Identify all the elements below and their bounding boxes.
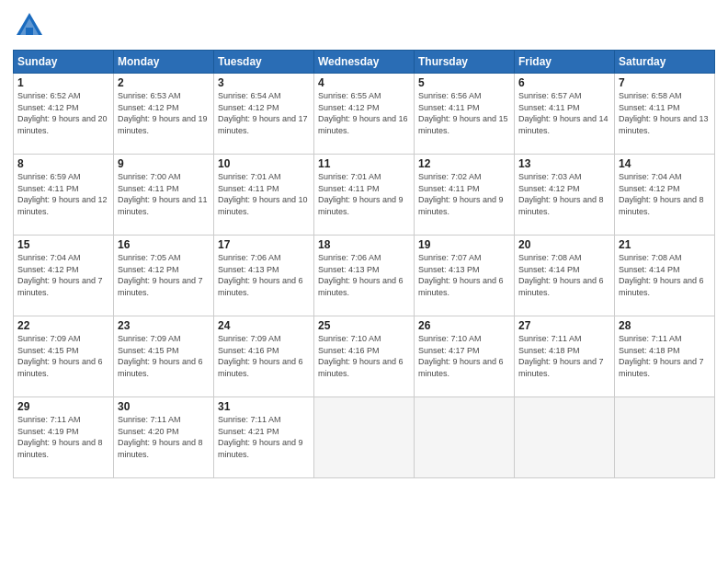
weekday-header-sunday: Sunday — [14, 51, 114, 74]
day-number: 8 — [17, 157, 109, 170]
day-cell-18: 18Sunrise: 7:06 AM Sunset: 4:13 PM Dayli… — [314, 236, 415, 316]
day-number: 1 — [17, 76, 109, 89]
day-number: 26 — [418, 319, 510, 332]
day-info: Sunrise: 7:00 AM Sunset: 4:11 PM Dayligh… — [118, 171, 210, 217]
day-cell-19: 19Sunrise: 7:07 AM Sunset: 4:13 PM Dayli… — [415, 236, 515, 316]
day-number: 7 — [619, 76, 711, 89]
day-number: 22 — [17, 319, 109, 332]
day-info: Sunrise: 7:11 AM Sunset: 4:20 PM Dayligh… — [118, 414, 210, 460]
day-cell-12: 12Sunrise: 7:02 AM Sunset: 4:11 PM Dayli… — [415, 155, 515, 236]
day-cell-4: 4Sunrise: 6:55 AM Sunset: 4:12 PM Daylig… — [314, 74, 415, 155]
day-info: Sunrise: 7:04 AM Sunset: 4:12 PM Dayligh… — [619, 171, 711, 217]
week-row-4: 29Sunrise: 7:11 AM Sunset: 4:19 PM Dayli… — [14, 397, 715, 478]
weekday-header-friday: Friday — [515, 51, 615, 74]
day-number: 17 — [218, 238, 310, 251]
day-number: 10 — [218, 157, 310, 170]
day-info: Sunrise: 7:01 AM Sunset: 4:11 PM Dayligh… — [218, 171, 310, 217]
day-info: Sunrise: 7:11 AM Sunset: 4:19 PM Dayligh… — [17, 414, 109, 460]
day-cell-16: 16Sunrise: 7:05 AM Sunset: 4:12 PM Dayli… — [114, 236, 214, 316]
day-info: Sunrise: 7:07 AM Sunset: 4:13 PM Dayligh… — [418, 252, 510, 298]
day-info: Sunrise: 7:11 AM Sunset: 4:18 PM Dayligh… — [518, 333, 610, 379]
day-info: Sunrise: 7:09 AM Sunset: 4:15 PM Dayligh… — [17, 333, 109, 379]
day-number: 20 — [518, 238, 610, 251]
day-cell-28: 28Sunrise: 7:11 AM Sunset: 4:18 PM Dayli… — [615, 316, 715, 397]
day-cell-21: 21Sunrise: 7:08 AM Sunset: 4:14 PM Dayli… — [615, 236, 715, 316]
page: SundayMondayTuesdayWednesdayThursdayFrid… — [0, 0, 728, 563]
weekday-header-monday: Monday — [114, 51, 214, 74]
day-cell-20: 20Sunrise: 7:08 AM Sunset: 4:14 PM Dayli… — [515, 236, 615, 316]
svg-rect-2 — [26, 28, 33, 35]
day-number: 30 — [118, 400, 210, 413]
day-info: Sunrise: 7:09 AM Sunset: 4:15 PM Dayligh… — [118, 333, 210, 379]
day-info: Sunrise: 7:03 AM Sunset: 4:12 PM Dayligh… — [518, 171, 610, 217]
day-cell-8: 8Sunrise: 6:59 AM Sunset: 4:11 PM Daylig… — [14, 155, 114, 236]
day-cell-23: 23Sunrise: 7:09 AM Sunset: 4:15 PM Dayli… — [114, 316, 214, 397]
day-info: Sunrise: 7:06 AM Sunset: 4:13 PM Dayligh… — [318, 252, 410, 298]
day-number: 16 — [118, 238, 210, 251]
day-number: 27 — [518, 319, 610, 332]
day-cell-1: 1Sunrise: 6:52 AM Sunset: 4:12 PM Daylig… — [14, 74, 114, 155]
day-number: 12 — [418, 157, 510, 170]
day-info: Sunrise: 7:04 AM Sunset: 4:12 PM Dayligh… — [17, 252, 109, 298]
day-cell-29: 29Sunrise: 7:11 AM Sunset: 4:19 PM Dayli… — [14, 397, 114, 478]
day-info: Sunrise: 6:57 AM Sunset: 4:11 PM Dayligh… — [518, 90, 610, 136]
day-cell-22: 22Sunrise: 7:09 AM Sunset: 4:15 PM Dayli… — [14, 316, 114, 397]
day-info: Sunrise: 7:10 AM Sunset: 4:17 PM Dayligh… — [418, 333, 510, 379]
empty-cell — [615, 397, 715, 478]
day-number: 3 — [218, 76, 310, 89]
day-number: 28 — [619, 319, 711, 332]
day-info: Sunrise: 6:55 AM Sunset: 4:12 PM Dayligh… — [318, 90, 410, 136]
day-info: Sunrise: 7:11 AM Sunset: 4:21 PM Dayligh… — [218, 414, 310, 460]
day-number: 23 — [118, 319, 210, 332]
day-cell-7: 7Sunrise: 6:58 AM Sunset: 4:11 PM Daylig… — [615, 74, 715, 155]
day-number: 24 — [218, 319, 310, 332]
day-cell-25: 25Sunrise: 7:10 AM Sunset: 4:16 PM Dayli… — [314, 316, 415, 397]
week-row-1: 8Sunrise: 6:59 AM Sunset: 4:11 PM Daylig… — [14, 155, 715, 236]
logo-icon — [13, 9, 46, 42]
day-cell-9: 9Sunrise: 7:00 AM Sunset: 4:11 PM Daylig… — [114, 155, 214, 236]
weekday-header-thursday: Thursday — [415, 51, 515, 74]
day-cell-14: 14Sunrise: 7:04 AM Sunset: 4:12 PM Dayli… — [615, 155, 715, 236]
weekday-header-tuesday: Tuesday — [214, 51, 314, 74]
day-info: Sunrise: 6:53 AM Sunset: 4:12 PM Dayligh… — [118, 90, 210, 136]
empty-cell — [314, 397, 415, 478]
day-cell-24: 24Sunrise: 7:09 AM Sunset: 4:16 PM Dayli… — [214, 316, 314, 397]
logo — [13, 9, 50, 42]
day-number: 13 — [518, 157, 610, 170]
day-number: 25 — [318, 319, 410, 332]
day-cell-2: 2Sunrise: 6:53 AM Sunset: 4:12 PM Daylig… — [114, 74, 214, 155]
day-number: 14 — [619, 157, 711, 170]
empty-cell — [515, 397, 615, 478]
week-row-0: 1Sunrise: 6:52 AM Sunset: 4:12 PM Daylig… — [14, 74, 715, 155]
day-info: Sunrise: 7:11 AM Sunset: 4:18 PM Dayligh… — [619, 333, 711, 379]
day-cell-15: 15Sunrise: 7:04 AM Sunset: 4:12 PM Dayli… — [14, 236, 114, 316]
day-number: 31 — [218, 400, 310, 413]
day-number: 9 — [118, 157, 210, 170]
weekday-header-row: SundayMondayTuesdayWednesdayThursdayFrid… — [14, 51, 715, 74]
day-info: Sunrise: 7:02 AM Sunset: 4:11 PM Dayligh… — [418, 171, 510, 217]
day-info: Sunrise: 7:09 AM Sunset: 4:16 PM Dayligh… — [218, 333, 310, 379]
week-row-2: 15Sunrise: 7:04 AM Sunset: 4:12 PM Dayli… — [14, 236, 715, 316]
day-cell-11: 11Sunrise: 7:01 AM Sunset: 4:11 PM Dayli… — [314, 155, 415, 236]
day-cell-31: 31Sunrise: 7:11 AM Sunset: 4:21 PM Dayli… — [214, 397, 314, 478]
empty-cell — [415, 397, 515, 478]
day-info: Sunrise: 7:10 AM Sunset: 4:16 PM Dayligh… — [318, 333, 410, 379]
day-cell-10: 10Sunrise: 7:01 AM Sunset: 4:11 PM Dayli… — [214, 155, 314, 236]
weekday-header-saturday: Saturday — [615, 51, 715, 74]
weekday-header-wednesday: Wednesday — [314, 51, 415, 74]
header — [13, 9, 715, 42]
day-info: Sunrise: 7:05 AM Sunset: 4:12 PM Dayligh… — [118, 252, 210, 298]
day-cell-30: 30Sunrise: 7:11 AM Sunset: 4:20 PM Dayli… — [114, 397, 214, 478]
day-info: Sunrise: 7:08 AM Sunset: 4:14 PM Dayligh… — [619, 252, 711, 298]
day-cell-26: 26Sunrise: 7:10 AM Sunset: 4:17 PM Dayli… — [415, 316, 515, 397]
day-info: Sunrise: 7:08 AM Sunset: 4:14 PM Dayligh… — [518, 252, 610, 298]
day-info: Sunrise: 7:01 AM Sunset: 4:11 PM Dayligh… — [318, 171, 410, 217]
day-number: 5 — [418, 76, 510, 89]
day-info: Sunrise: 6:56 AM Sunset: 4:11 PM Dayligh… — [418, 90, 510, 136]
day-info: Sunrise: 6:52 AM Sunset: 4:12 PM Dayligh… — [17, 90, 109, 136]
day-number: 6 — [518, 76, 610, 89]
day-number: 4 — [318, 76, 410, 89]
day-cell-3: 3Sunrise: 6:54 AM Sunset: 4:12 PM Daylig… — [214, 74, 314, 155]
day-info: Sunrise: 7:06 AM Sunset: 4:13 PM Dayligh… — [218, 252, 310, 298]
day-number: 11 — [318, 157, 410, 170]
